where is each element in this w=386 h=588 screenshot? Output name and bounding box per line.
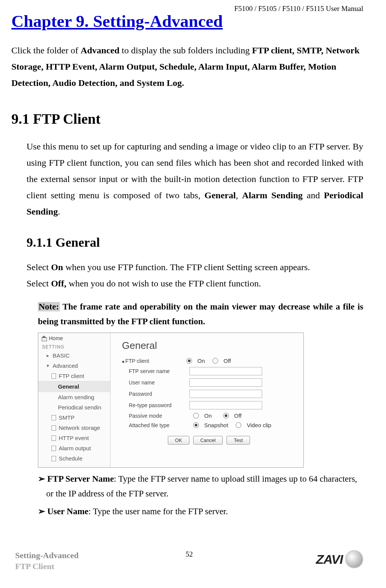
subsection-body: Select On when you use FTP function. The… (27, 259, 363, 292)
radio-snapshot[interactable] (193, 422, 199, 428)
ftp-client-label: FTP client (122, 358, 179, 364)
server-name-label: FTP server name (122, 368, 186, 374)
bullet-ftp-server-name: FTP Server Name: Type the FTP server nam… (38, 471, 363, 501)
section-sep2: and (303, 190, 324, 200)
line2-post: when you do not wish to use the FTP clie… (66, 278, 261, 288)
sidebar-item-periodical[interactable]: Periodical sendin (38, 402, 110, 412)
network-storage-label: Network storage (59, 425, 100, 431)
radio-video-clip-label: Video clip (247, 422, 271, 428)
radio-video-clip[interactable] (236, 422, 241, 428)
sidebar-item-ftp[interactable]: FTP client (38, 371, 110, 381)
retype-password-label: Re-type password (122, 402, 186, 408)
row-passive-mode: Passive mode On Off (122, 412, 296, 419)
ss-main-panel: General FTP client On Off FTP server nam… (111, 333, 303, 467)
intro-text-mid: to display the sub folders including (119, 45, 252, 55)
line1-bold-on: On (51, 262, 63, 272)
page-number: 52 (186, 550, 193, 558)
intro-bold-advanced: Advanced (81, 45, 120, 55)
collapse-icon: ▾ (45, 363, 50, 369)
test-button[interactable]: Test (227, 436, 250, 445)
http-event-label: HTTP event (59, 435, 89, 441)
smtp-label: SMTP (59, 414, 75, 421)
sidebar-item-http-event[interactable]: HTTP event (38, 433, 110, 443)
logo-text: ZAVI (316, 552, 343, 567)
ss-sidebar: Home SETTING ▸ BASIC ▾ Advanced FTP clie… (38, 333, 111, 467)
sidebar-item-general[interactable]: General (38, 381, 110, 392)
cancel-button[interactable]: Cancel (193, 436, 223, 445)
bullet2-label: User Name (47, 507, 89, 516)
page-icon (51, 436, 56, 441)
user-name-label: User name (122, 380, 186, 386)
section-bold-alarm: Alarm Sending (242, 190, 303, 200)
sidebar-home[interactable]: Home (38, 333, 110, 344)
panel-title: General (122, 340, 296, 352)
screenshot: Home SETTING ▸ BASIC ▾ Advanced FTP clie… (38, 333, 304, 468)
page-icon (51, 446, 56, 451)
expand-icon: ▸ (45, 353, 50, 358)
setting-label: SETTING (38, 344, 110, 350)
bullet-user-name: User Name: Type the user name for the FT… (38, 504, 363, 519)
subsection-title: 9.1.1 General (27, 235, 363, 250)
section-paragraph: Use this menu to set up for capturing an… (27, 138, 363, 220)
ok-button[interactable]: OK (168, 436, 189, 445)
periodical-label: Periodical sendin (58, 404, 101, 411)
alarm-sending-label: Alarm sending (58, 394, 94, 400)
line2-bold-off: Off, (51, 278, 67, 288)
radio-passive-on-label: On (204, 412, 212, 419)
note-text: The frame rate and operability on the ma… (38, 302, 363, 326)
home-label: Home (49, 335, 63, 341)
user-name-input[interactable] (189, 378, 262, 387)
ftp-label: FTP client (59, 373, 84, 379)
page-icon (51, 456, 56, 461)
section-bold-general: General (205, 190, 236, 200)
basic-label: BASIC (53, 352, 70, 359)
row-server-name: FTP server name (122, 367, 296, 375)
sidebar-item-network-storage[interactable]: Network storage (38, 423, 110, 433)
zavio-logo: ZAVI (316, 550, 363, 568)
attached-file-label: Attached file type (122, 422, 186, 428)
sidebar-item-schedule[interactable]: Schedule (38, 453, 110, 464)
sidebar-item-smtp[interactable]: SMTP (38, 412, 110, 423)
note-block: Note: The frame rate and operability on … (38, 299, 363, 329)
sidebar-item-advanced[interactable]: ▾ Advanced (38, 361, 110, 371)
bullet2-text: : Type the user name for the FTP server. (89, 507, 228, 516)
chapter-title: Chapter 9. Setting-Advanced (11, 11, 363, 31)
password-input[interactable] (189, 390, 262, 398)
line1-post: when you use FTP function. The FTP clien… (63, 262, 310, 272)
sidebar-item-basic[interactable]: ▸ BASIC (38, 350, 110, 361)
sidebar-item-alarm-output[interactable]: Alarm output (38, 443, 110, 453)
page-icon (51, 373, 56, 379)
footer: Setting-Advanced FTP Client 52 ZAVI (15, 550, 363, 580)
radio-passive-on[interactable] (193, 413, 199, 418)
home-icon (41, 336, 47, 341)
bullet1-label: FTP Server Name (47, 474, 114, 484)
page-icon (51, 415, 56, 420)
row-user-name: User name (122, 378, 296, 387)
radio-passive-off[interactable] (223, 413, 229, 418)
row-ftp-client: FTP client On Off (122, 358, 296, 364)
radio-off[interactable] (213, 358, 218, 364)
password-label: Password (122, 391, 186, 397)
server-name-input[interactable] (189, 367, 262, 375)
footer-line2: FTP Client (15, 561, 363, 572)
row-attached-file: Attached file type Snapshot Video clip (122, 422, 296, 428)
section-title: 9.1 FTP Client (11, 110, 363, 127)
radio-snapshot-label: Snapshot (204, 422, 228, 428)
header-title: F5100 / F5105 / F5110 / F5115 User Manua… (234, 5, 363, 13)
section-sep1: , (236, 190, 242, 200)
line2-pre: Select (27, 278, 51, 288)
line1-pre: Select (27, 262, 51, 272)
advanced-label: Advanced (53, 362, 78, 369)
retype-password-input[interactable] (189, 401, 262, 409)
section-after: . (58, 207, 60, 216)
radio-on[interactable] (186, 358, 192, 364)
schedule-label: Schedule (59, 455, 83, 462)
row-retype-password: Re-type password (122, 401, 296, 409)
passive-mode-label: Passive mode (122, 413, 186, 419)
alarm-output-label: Alarm output (59, 445, 91, 451)
radio-off-label: Off (223, 358, 231, 364)
note-label: Note: (38, 302, 60, 311)
row-password: Password (122, 390, 296, 398)
sidebar-item-alarm-sending[interactable]: Alarm sending (38, 392, 110, 402)
intro-paragraph: Click the folder of Advanced to display … (11, 42, 363, 92)
